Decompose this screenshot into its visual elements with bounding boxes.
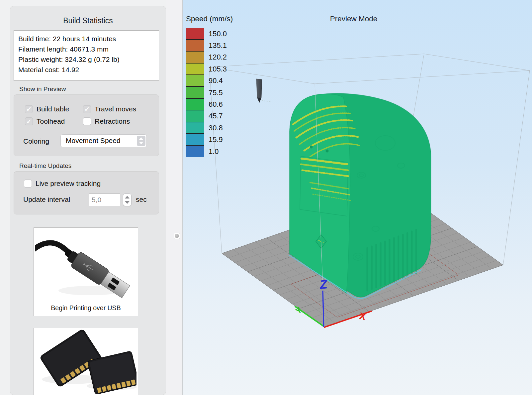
legend-entry: 15.9	[186, 134, 233, 146]
build-table-checkbox[interactable]	[25, 105, 33, 113]
legend-value: 60.6	[209, 100, 223, 109]
printed-model	[289, 93, 431, 299]
preview-3d-viewport: Z X Y Speed (mm/s) 150.0135.1120.2105.39…	[183, 0, 532, 395]
legend-entry: 30.8	[186, 122, 233, 134]
speed-legend-rows: 150.0135.1120.2105.390.475.560.645.730.8…	[186, 28, 233, 157]
legend-swatch	[186, 122, 204, 134]
retractions-checkbox[interactable]	[83, 117, 91, 125]
legend-value: 15.9	[209, 135, 223, 144]
sd-cards-image	[35, 329, 136, 395]
legend-entry: 60.6	[186, 98, 233, 110]
legend-entry: 45.7	[186, 110, 233, 122]
toolhead-checkbox[interactable]	[25, 117, 33, 125]
stat-filament-length: Filament length: 40671.3 mm	[18, 44, 154, 54]
legend-swatch	[186, 134, 204, 145]
legend-value: 75.5	[209, 88, 223, 97]
sidebar: Build Statistics Build time: 22 hours 14…	[0, 0, 183, 395]
retractions-label: Retractions	[95, 117, 130, 125]
toolhead-indicator	[256, 79, 271, 103]
stat-build-time: Build time: 22 hours 14 minutes	[18, 34, 154, 44]
face-hole	[326, 150, 329, 153]
legend-entry: 75.5	[186, 87, 233, 98]
legend-swatch	[186, 75, 204, 86]
usb-plug-image	[35, 229, 136, 302]
coloring-select[interactable]: Movement Speed	[60, 134, 147, 147]
build-table-label: Build table	[37, 105, 69, 113]
speed-legend: Speed (mm/s) 150.0135.1120.2105.390.475.…	[186, 15, 233, 157]
legend-entry: 1.0	[186, 146, 233, 157]
sd-card-button[interactable]	[34, 328, 138, 395]
legend-value: 30.8	[209, 124, 223, 132]
realtime-updates-label: Real-time Updates	[19, 162, 71, 170]
panel-title: Build Statistics	[10, 16, 166, 25]
legend-swatch	[186, 40, 204, 51]
travel-moves-label: Travel moves	[95, 105, 136, 113]
begin-printing-usb-button[interactable]: Begin Printing over USB	[34, 227, 138, 316]
live-preview-tracking-checkbox[interactable]	[24, 180, 32, 188]
legend-swatch	[186, 86, 204, 98]
legend-swatch	[186, 110, 204, 122]
legend-swatch	[186, 145, 204, 157]
legend-swatch	[186, 63, 204, 75]
build-statistics-box: Build time: 22 hours 14 minutes Filament…	[14, 30, 159, 81]
legend-value: 120.2	[209, 53, 227, 62]
legend-entry: 150.0	[186, 28, 233, 40]
update-interval-stepper[interactable]	[123, 194, 132, 206]
coloring-select-value: Movement Speed	[66, 137, 121, 145]
preview-canvas[interactable]: Z X Y	[183, 0, 532, 395]
speed-legend-title: Speed (mm/s)	[186, 15, 233, 23]
legend-value: 150.0	[209, 30, 227, 38]
realtime-updates-group: Live preview tracking Update interval se…	[14, 171, 159, 214]
face-hole	[310, 146, 313, 149]
legend-entry: 90.4	[186, 75, 233, 87]
usb-button-label: Begin Printing over USB	[34, 302, 138, 315]
legend-swatch	[186, 98, 204, 110]
legend-value: 105.3	[209, 65, 227, 73]
toolhead-label: Toolhead	[37, 117, 65, 125]
show-in-preview-group: Build table Travel moves Toolhead Retrac…	[14, 94, 159, 156]
coloring-label: Coloring	[23, 137, 49, 145]
legend-entry: 135.1	[186, 40, 233, 51]
legend-entry: 120.2	[186, 52, 233, 63]
show-in-preview-label: Show in Preview	[19, 85, 66, 93]
update-interval-label: Update interval	[23, 196, 70, 203]
stat-material-cost: Material cost: 14.92	[18, 65, 154, 75]
select-chevrons-icon	[137, 136, 145, 146]
legend-entry: 105.3	[186, 63, 233, 75]
legend-value: 45.7	[209, 112, 223, 120]
splitter-gutter	[166, 0, 183, 395]
update-interval-unit: sec	[136, 196, 147, 203]
legend-value: 1.0	[209, 147, 219, 156]
legend-value: 90.4	[209, 76, 223, 85]
legend-value: 135.1	[209, 41, 227, 50]
update-interval-input[interactable]	[89, 194, 120, 206]
stat-plastic-weight: Plastic weight: 324.32 g (0.72 lb)	[18, 54, 154, 65]
preview-mode-title: Preview Mode	[325, 15, 382, 23]
legend-swatch	[186, 51, 204, 63]
travel-moves-checkbox[interactable]	[83, 105, 91, 113]
splitter-handle[interactable]	[174, 233, 180, 239]
legend-swatch	[186, 28, 204, 40]
live-preview-tracking-label: Live preview tracking	[36, 180, 101, 188]
build-statistics-panel: Build Statistics Build time: 22 hours 14…	[10, 6, 166, 395]
